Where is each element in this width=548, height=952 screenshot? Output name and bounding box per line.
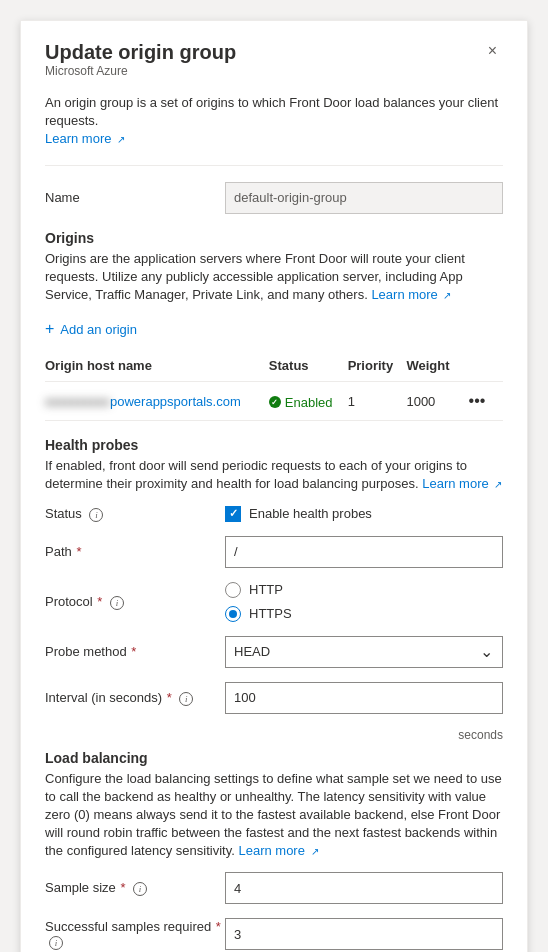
col-weight: Weight — [406, 354, 462, 382]
protocol-info-icon[interactable]: i — [110, 596, 124, 610]
update-origin-group-panel: Update origin group Microsoft Azure × An… — [20, 20, 528, 952]
add-origin-button[interactable]: + Add an origin — [45, 316, 137, 342]
divider-1 — [45, 165, 503, 166]
panel-title-group: Update origin group Microsoft Azure — [45, 41, 236, 90]
sample-size-info-icon[interactable]: i — [133, 882, 147, 896]
intro-learn-more-link[interactable]: Learn more ↗ — [45, 131, 125, 146]
interval-unit-label: seconds — [45, 728, 503, 742]
https-radio-label: HTTPS — [249, 606, 292, 621]
load-balancing-learn-more-link[interactable]: Learn more ↗ — [238, 843, 318, 858]
origin-weight-cell: 1000 — [406, 382, 462, 421]
origin-status-cell: Enabled — [269, 382, 348, 421]
health-probes-learn-more-link[interactable]: Learn more ↗ — [422, 476, 502, 491]
health-status-value: Enable health probes — [225, 506, 503, 522]
load-balancing-title: Load balancing — [45, 750, 503, 766]
origins-desc: Origins are the application servers wher… — [45, 250, 503, 305]
enable-health-probes-label: Enable health probes — [249, 506, 372, 521]
protocol-https-option[interactable]: HTTPS — [225, 606, 503, 622]
interval-info-icon[interactable]: i — [179, 692, 193, 706]
probe-method-select-wrapper: HEAD GET — [225, 636, 503, 668]
health-probes-desc: If enabled, front door will send periodi… — [45, 457, 503, 493]
sample-size-value — [225, 872, 503, 904]
col-status: Status — [269, 354, 348, 382]
probe-method-value: HEAD GET — [225, 636, 503, 668]
protocol-radio-group: HTTP HTTPS — [225, 582, 503, 622]
close-button[interactable]: × — [482, 41, 503, 61]
col-priority: Priority — [348, 354, 407, 382]
path-row: Path * — [45, 536, 503, 568]
interval-value — [225, 682, 503, 714]
https-radio-button[interactable] — [225, 606, 241, 622]
load-balancing-desc: Configure the load balancing settings to… — [45, 770, 503, 861]
name-value — [225, 182, 503, 214]
intro-text: An origin group is a set of origins to w… — [45, 94, 503, 149]
http-radio-label: HTTP — [249, 582, 283, 597]
protocol-row: Protocol * i HTTP HTTPS — [45, 582, 503, 622]
protocol-label: Protocol * i — [45, 594, 225, 610]
enable-health-probes-checkbox[interactable] — [225, 506, 241, 522]
path-required-marker: * — [76, 544, 81, 559]
panel-subtitle: Microsoft Azure — [45, 64, 236, 78]
probe-method-required-marker: * — [131, 644, 136, 659]
sample-size-input[interactable] — [225, 872, 503, 904]
protocol-value: HTTP HTTPS — [225, 582, 503, 622]
successful-samples-info-icon[interactable]: i — [49, 936, 63, 950]
origin-ellipsis-button[interactable]: ••• — [463, 390, 492, 412]
health-status-info-icon[interactable]: i — [89, 508, 103, 522]
origins-title: Origins — [45, 230, 503, 246]
successful-samples-input[interactable] — [225, 918, 503, 950]
probe-method-select[interactable]: HEAD GET — [225, 636, 503, 668]
probe-method-label: Probe method * — [45, 644, 225, 659]
name-field-row: Name — [45, 182, 503, 214]
origins-table: Origin host name Status Priority Weight … — [45, 354, 503, 421]
health-status-label: Status i — [45, 506, 225, 522]
enable-health-probes-checkbox-row: Enable health probes — [225, 506, 503, 522]
panel-title: Update origin group — [45, 41, 236, 64]
sample-size-required-marker: * — [120, 880, 125, 895]
origins-learn-more-link[interactable]: Learn more ↗ — [371, 287, 451, 302]
interval-required-marker: * — [167, 690, 172, 705]
successful-samples-label: Successful samples required * i — [45, 919, 225, 950]
origin-actions-cell: ••• — [463, 382, 503, 421]
col-actions — [463, 354, 503, 382]
external-link-icon: ↗ — [117, 133, 125, 147]
origin-host-link[interactable]: xxxxxxxxxxpowerappsportals.com — [45, 394, 241, 409]
path-label: Path * — [45, 544, 225, 559]
successful-samples-required-marker: * — [216, 919, 221, 934]
sample-size-row: Sample size * i — [45, 872, 503, 904]
panel-header: Update origin group Microsoft Azure × — [45, 41, 503, 90]
health-probes-section: Health probes If enabled, front door wil… — [45, 437, 503, 741]
name-input[interactable] — [225, 182, 503, 214]
name-label: Name — [45, 190, 225, 205]
health-status-row: Status i Enable health probes — [45, 506, 503, 522]
protocol-required-marker: * — [97, 594, 102, 609]
origins-external-link-icon: ↗ — [443, 289, 451, 303]
origins-section: Origins Origins are the application serv… — [45, 230, 503, 422]
load-balancing-ext-icon: ↗ — [311, 845, 319, 859]
load-balancing-section: Load balancing Configure the load balanc… — [45, 750, 503, 953]
https-radio-dot — [229, 610, 237, 618]
successful-samples-row: Successful samples required * i — [45, 918, 503, 950]
origin-priority-cell: 1 — [348, 382, 407, 421]
probe-method-row: Probe method * HEAD GET — [45, 636, 503, 668]
health-probes-title: Health probes — [45, 437, 503, 453]
table-row: xxxxxxxxxxpowerappsportals.com Enabled 1… — [45, 382, 503, 421]
protocol-http-option[interactable]: HTTP — [225, 582, 503, 598]
origin-host-prefix: xxxxxxxxxx — [45, 394, 110, 409]
interval-row: Interval (in seconds) * i — [45, 682, 503, 714]
path-input[interactable] — [225, 536, 503, 568]
col-host: Origin host name — [45, 354, 269, 382]
plus-icon: + — [45, 320, 54, 338]
status-badge: Enabled — [269, 395, 333, 410]
status-dot-icon — [269, 396, 281, 408]
interval-input[interactable] — [225, 682, 503, 714]
successful-samples-value — [225, 918, 503, 950]
sample-size-label: Sample size * i — [45, 880, 225, 896]
interval-label: Interval (in seconds) * i — [45, 690, 225, 706]
path-value — [225, 536, 503, 568]
http-radio-button[interactable] — [225, 582, 241, 598]
origin-host-cell: xxxxxxxxxxpowerappsportals.com — [45, 382, 269, 421]
health-probes-ext-icon: ↗ — [494, 478, 502, 492]
